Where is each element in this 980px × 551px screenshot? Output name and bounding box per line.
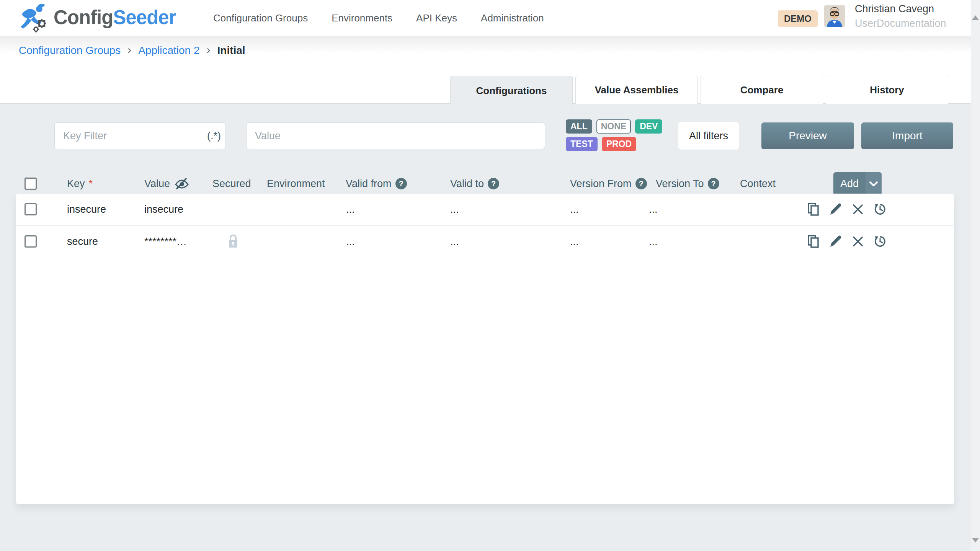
nav-environments[interactable]: Environments: [332, 12, 392, 24]
env-badge-none[interactable]: NONE: [596, 119, 631, 134]
column-header-valid-from: Valid from ?: [346, 173, 407, 194]
cell-version-to: ...: [649, 226, 658, 257]
column-header-context: Context: [740, 173, 776, 194]
table-row-secure: secure ********… ... ... ... ...: [16, 225, 954, 256]
column-label-version-to: Version To: [656, 178, 704, 190]
row-actions: [807, 194, 887, 225]
column-header-version-to: Version To ?: [656, 173, 719, 194]
column-header-valid-to: Valid to ?: [450, 173, 499, 194]
scroll-down-arrow-icon[interactable]: [972, 538, 979, 543]
environment-filter-badges: ALLNONEDEV TESTPROD: [566, 119, 681, 151]
env-badge-all[interactable]: ALL: [566, 119, 592, 134]
cell-valid-to: ...: [450, 226, 459, 257]
cell-key: secure: [67, 226, 98, 257]
user-name: Christian Cavegn: [855, 3, 934, 15]
valid-to-help-icon[interactable]: ?: [488, 178, 499, 189]
cell-key: insecure: [67, 194, 106, 225]
user-avatar[interactable]: [824, 5, 845, 27]
breadcrumb-band: Configuration Groups › Application 2 › I…: [0, 36, 971, 65]
scroll-up-arrow-icon[interactable]: [972, 15, 979, 20]
breadcrumb-separator-icon: ›: [207, 43, 211, 56]
import-button[interactable]: Import: [861, 122, 953, 149]
env-badge-prod[interactable]: PROD: [602, 137, 636, 151]
app-title-seeder: Seeder: [113, 7, 176, 28]
column-header-environment: Environment: [267, 173, 325, 194]
nav-administration[interactable]: Administration: [481, 12, 544, 24]
row-actions: [807, 226, 887, 257]
tab-bar: Configurations Value Assemblies Compare …: [450, 76, 948, 105]
page-scrollbar[interactable]: [971, 0, 980, 551]
table-row-insecure: insecure insecure ... ... ... ...: [16, 194, 954, 225]
edit-pencil-icon[interactable]: [829, 235, 842, 248]
copy-icon[interactable]: [807, 235, 820, 248]
demo-badge: DEMO: [778, 10, 818, 27]
value-filter-field: [246, 122, 545, 149]
copy-icon[interactable]: [807, 203, 820, 216]
column-label-value: Value: [144, 178, 170, 190]
column-header-value: Value: [144, 173, 190, 194]
breadcrumb-separator-icon: ›: [127, 43, 131, 56]
column-header-key: Key *: [67, 173, 93, 194]
add-button-label[interactable]: Add: [833, 172, 866, 195]
user-avatar-photo-icon: [824, 5, 845, 27]
cell-valid-to: ...: [450, 194, 459, 225]
app-title-config: Config: [54, 7, 113, 28]
tab-compare[interactable]: Compare: [701, 76, 823, 104]
column-label-environment: Environment: [267, 178, 325, 190]
column-label-version-from: Version From: [570, 178, 632, 190]
cell-version-to: ...: [649, 194, 658, 225]
configseeder-logo-icon[interactable]: [18, 2, 51, 34]
env-badge-test[interactable]: TEST: [566, 137, 598, 151]
tab-configurations[interactable]: Configurations: [450, 76, 573, 105]
chevron-down-icon: [869, 181, 878, 187]
nav-configuration-groups[interactable]: Configuration Groups: [213, 12, 308, 24]
column-label-secured: Secured: [212, 178, 251, 190]
all-filters-button[interactable]: All filters: [678, 122, 739, 150]
version-from-help-icon[interactable]: ?: [635, 178, 647, 189]
history-icon[interactable]: [874, 203, 887, 216]
main-nav: Configuration Groups Environments API Ke…: [213, 0, 544, 36]
column-label-context: Context: [740, 178, 776, 190]
column-label-valid-to: Valid to: [450, 178, 484, 190]
column-label-valid-from: Valid from: [346, 178, 392, 190]
configurations-panel: (.*) ALLNONEDEV TESTPROD All filters Pre…: [0, 104, 971, 551]
app-title[interactable]: ConfigSeeder: [54, 6, 176, 29]
select-all-cell: [24, 173, 37, 194]
nav-api-keys[interactable]: API Keys: [416, 12, 457, 24]
history-icon[interactable]: [874, 235, 887, 248]
valid-from-help-icon[interactable]: ?: [395, 178, 407, 189]
select-all-checkbox[interactable]: [24, 178, 37, 190]
regex-suffix: (.*): [207, 130, 229, 142]
cell-version-from: ...: [570, 226, 579, 257]
key-filter-input[interactable]: [55, 123, 207, 149]
tab-value-assemblies[interactable]: Value Assemblies: [575, 76, 698, 104]
eye-slash-icon[interactable]: [174, 177, 190, 190]
delete-x-icon[interactable]: [851, 203, 864, 216]
preview-button[interactable]: Preview: [761, 122, 854, 149]
column-header-version-from: Version From ?: [570, 173, 647, 194]
edit-pencil-icon[interactable]: [829, 203, 842, 216]
version-to-help-icon[interactable]: ?: [708, 178, 719, 189]
breadcrumb-configuration-groups[interactable]: Configuration Groups: [19, 44, 121, 57]
breadcrumb-application-2[interactable]: Application 2: [138, 44, 199, 57]
add-dropdown-toggle[interactable]: [866, 172, 882, 195]
configurations-table: insecure insecure ... ... ... ...: [16, 194, 954, 504]
add-button[interactable]: Add: [833, 172, 882, 195]
user-organization: UserDocumentation: [855, 18, 946, 29]
cell-version-from: ...: [570, 194, 579, 225]
value-filter-input[interactable]: [247, 123, 545, 149]
column-header-secured: Secured: [212, 173, 251, 194]
cell-valid-from: ...: [346, 194, 355, 225]
required-marker: *: [89, 178, 93, 190]
row-checkbox[interactable]: [24, 203, 37, 215]
row-checkbox[interactable]: [24, 235, 37, 248]
configseeder-app: ConfigSeeder Configuration Groups Enviro…: [0, 0, 980, 551]
cell-value: ********…: [144, 226, 187, 257]
breadcrumb: Configuration Groups › Application 2 › I…: [19, 36, 245, 65]
cell-value: insecure: [144, 194, 183, 225]
secured-lock-icon: [227, 226, 239, 257]
tab-history[interactable]: History: [826, 76, 948, 104]
delete-x-icon[interactable]: [851, 235, 864, 248]
key-filter-field: (.*): [54, 122, 226, 149]
env-badge-dev[interactable]: DEV: [635, 119, 662, 134]
